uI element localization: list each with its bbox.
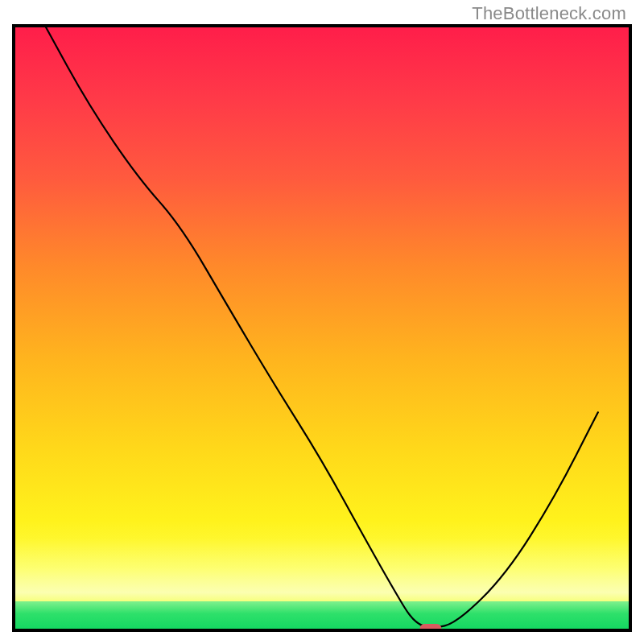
plot-frame [12,24,632,632]
bottleneck-curve-path [46,27,598,627]
optimal-marker [419,624,441,632]
watermark-text: TheBottleneck.com [472,3,626,24]
curve-layer [15,27,629,629]
chart-canvas: TheBottleneck.com [0,0,644,644]
